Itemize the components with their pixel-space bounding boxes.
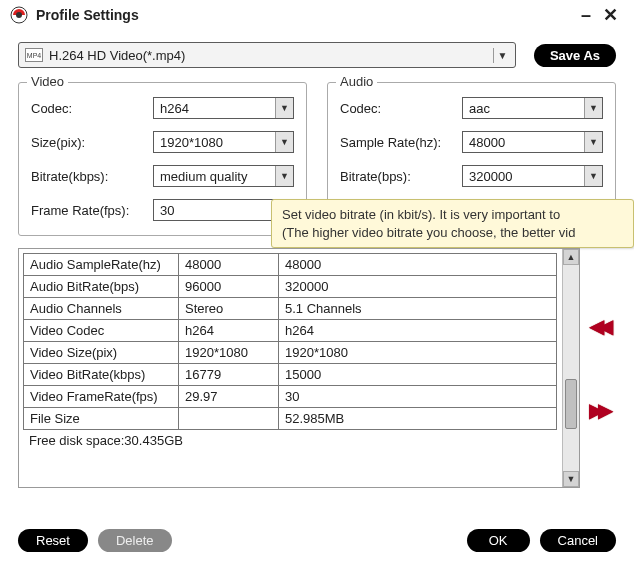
table-cell: Video BitRate(kbps) [24,364,179,386]
table-cell: 48000 [279,254,557,276]
video-bitrate-select[interactable]: medium quality ▼ [153,165,294,187]
table-row: Video BitRate(kbps)1677915000 [24,364,557,386]
ok-button[interactable]: OK [467,529,530,552]
chevron-down-icon: ▼ [584,166,602,186]
video-framerate-label: Frame Rate(fps): [31,203,153,218]
cancel-button[interactable]: Cancel [540,529,616,552]
comparison-table-container: Audio SampleRate(hz)4800048000Audio BitR… [18,248,580,488]
reset-button[interactable]: Reset [18,529,88,552]
vertical-scrollbar[interactable]: ▲ ▼ [562,249,579,487]
audio-codec-label: Codec: [340,101,462,116]
nav-prev-button[interactable]: ◀◀ [589,314,607,338]
scroll-thumb[interactable] [565,379,577,429]
footer-buttons: Reset Delete OK Cancel [18,529,616,552]
table-cell: 30 [279,386,557,408]
table-cell: 52.985MB [279,408,557,430]
nav-next-button[interactable]: ▶▶ [589,398,607,422]
table-cell: Audio SampleRate(hz) [24,254,179,276]
video-codec-select[interactable]: h264 ▼ [153,97,294,119]
video-size-select[interactable]: 1920*1080 ▼ [153,131,294,153]
table-cell: 96000 [179,276,279,298]
delete-button[interactable]: Delete [98,529,172,552]
bitrate-tooltip: Set video bitrate (in kbit/s). It is ver… [271,199,634,248]
close-button[interactable]: ✕ [597,6,624,24]
video-codec-value: h264 [154,101,275,116]
table-cell: Video Size(pix) [24,342,179,364]
save-as-button[interactable]: Save As [534,44,616,67]
table-row: Video Size(pix)1920*10801920*1080 [24,342,557,364]
tooltip-line2: (The higher video bitrate you choose, th… [282,225,575,240]
minimize-button[interactable]: – [575,6,597,24]
table-row: Video FrameRate(fps)29.9730 [24,386,557,408]
table-cell: 15000 [279,364,557,386]
table-cell: h264 [279,320,557,342]
audio-bitrate-select[interactable]: 320000 ▼ [462,165,603,187]
titlebar: Profile Settings – ✕ [0,0,634,30]
table-cell: 5.1 Channels [279,298,557,320]
comparison-table: Audio SampleRate(hz)4800048000Audio BitR… [23,253,557,430]
table-cell: 1920*1080 [179,342,279,364]
chevron-down-icon: ▼ [275,132,293,152]
app-icon [10,6,28,24]
table-row: Audio ChannelsStereo5.1 Channels [24,298,557,320]
chevron-down-icon: ▼ [584,132,602,152]
audio-samplerate-value: 48000 [463,135,584,150]
table-cell: 1920*1080 [279,342,557,364]
chevron-down-icon: ▼ [584,98,602,118]
table-cell [179,408,279,430]
audio-group-title: Audio [336,74,377,89]
table-cell: Audio Channels [24,298,179,320]
audio-bitrate-value: 320000 [463,169,584,184]
table-cell: 320000 [279,276,557,298]
audio-samplerate-select[interactable]: 48000 ▼ [462,131,603,153]
table-cell: 48000 [179,254,279,276]
audio-codec-select[interactable]: aac ▼ [462,97,603,119]
table-row: Video Codech264h264 [24,320,557,342]
table-row: Audio BitRate(bps)96000320000 [24,276,557,298]
chevron-down-icon: ▼ [275,98,293,118]
audio-samplerate-label: Sample Rate(hz): [340,135,462,150]
scroll-down-icon[interactable]: ▼ [563,471,579,487]
table-cell: Video FrameRate(fps) [24,386,179,408]
table-cell: h264 [179,320,279,342]
table-cell: 29.97 [179,386,279,408]
window-title: Profile Settings [36,7,575,23]
scroll-up-icon[interactable]: ▲ [563,249,579,265]
video-framerate-value: 30 [154,203,275,218]
tooltip-line1: Set video bitrate (in kbit/s). It is ver… [282,207,560,222]
video-group-title: Video [27,74,68,89]
video-size-label: Size(pix): [31,135,153,150]
table-cell: Stereo [179,298,279,320]
table-cell: File Size [24,408,179,430]
chevron-down-icon: ▼ [275,166,293,186]
free-disk-space: Free disk space:30.435GB [23,430,557,448]
table-cell: Audio BitRate(bps) [24,276,179,298]
mp4-format-icon: MP4 [25,48,43,62]
video-bitrate-value: medium quality [154,169,275,184]
profile-select-value: H.264 HD Video(*.mp4) [49,48,493,63]
table-row: File Size52.985MB [24,408,557,430]
table-cell: Video Codec [24,320,179,342]
video-bitrate-label: Bitrate(kbps): [31,169,153,184]
video-group: Video Codec: h264 ▼ Size(pix): 1920*1080… [18,82,307,236]
table-row: Audio SampleRate(hz)4800048000 [24,254,557,276]
audio-codec-value: aac [463,101,584,116]
chevron-down-icon: ▼ [493,48,511,63]
video-size-value: 1920*1080 [154,135,275,150]
table-cell: 16779 [179,364,279,386]
video-codec-label: Codec: [31,101,153,116]
profile-select[interactable]: MP4 H.264 HD Video(*.mp4) ▼ [18,42,516,68]
audio-bitrate-label: Bitrate(bps): [340,169,462,184]
svg-point-1 [16,12,22,18]
